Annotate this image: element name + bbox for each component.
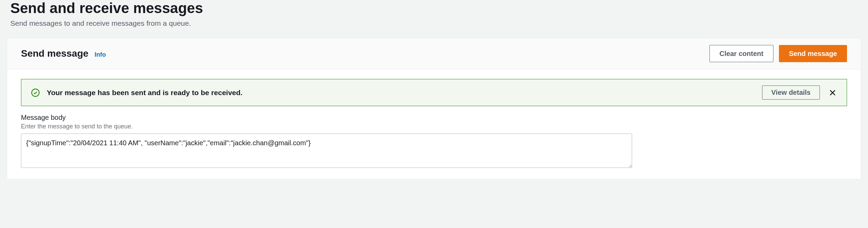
send-message-button[interactable]: Send message: [779, 45, 847, 62]
view-details-button[interactable]: View details: [762, 86, 820, 100]
message-body-textarea[interactable]: [21, 134, 632, 168]
send-message-panel: Send message Info Clear content Send mes…: [7, 38, 861, 179]
page-header: Send and receive messages Send messages …: [0, 0, 868, 38]
panel-body: Your message has been sent and is ready …: [7, 69, 861, 179]
page-title: Send and receive messages: [10, 0, 858, 16]
info-link[interactable]: Info: [95, 51, 106, 58]
message-body-hint: Enter the message to send to the queue.: [21, 123, 847, 130]
close-icon[interactable]: [828, 88, 837, 97]
alert-actions: View details: [762, 86, 837, 100]
svg-point-0: [32, 89, 39, 96]
success-alert: Your message has been sent and is ready …: [21, 79, 847, 106]
panel-title: Send message: [21, 48, 88, 59]
check-circle-icon: [31, 88, 40, 97]
message-body-label: Message body: [21, 114, 847, 122]
clear-content-button[interactable]: Clear content: [709, 45, 773, 62]
panel-header-left: Send message Info: [21, 48, 106, 59]
page-subtitle: Send messages to and receive messages fr…: [10, 19, 858, 27]
panel-header: Send message Info Clear content Send mes…: [7, 38, 861, 69]
alert-text: Your message has been sent and is ready …: [47, 89, 755, 97]
panel-header-actions: Clear content Send message: [709, 45, 847, 62]
